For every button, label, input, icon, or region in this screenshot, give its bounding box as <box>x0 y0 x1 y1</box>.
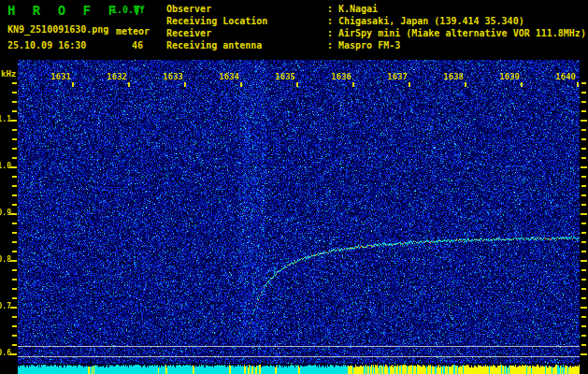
spectrogram-canvas <box>18 60 580 364</box>
freq-tick <box>12 251 17 252</box>
freq-tick <box>12 129 17 131</box>
freq-tick-label: 1.1 <box>0 115 11 123</box>
freq-tick <box>12 110 17 112</box>
freq-tick <box>12 176 17 178</box>
freq-tick-right <box>581 185 586 187</box>
freq-tick <box>12 241 17 243</box>
freq-tick-right <box>581 353 587 355</box>
time-tick-label: 1637 <box>387 72 408 81</box>
time-tick <box>465 82 466 87</box>
freq-tick <box>12 157 17 159</box>
freq-tick <box>12 204 17 206</box>
freq-tick <box>12 335 17 337</box>
freq-tick <box>10 353 17 355</box>
freq-tick-right <box>581 213 587 215</box>
freq-tick-right <box>581 269 586 271</box>
time-tick-label: 1632 <box>107 72 127 81</box>
freq-tick <box>12 269 17 271</box>
reference-line <box>18 346 580 347</box>
time-tick <box>72 82 74 87</box>
freq-tick-label: 0.8 <box>0 255 11 264</box>
time-tick <box>521 82 523 87</box>
time-tick-label: 1635 <box>275 72 295 81</box>
time-tick-label: 1631 <box>50 72 71 81</box>
freq-tick <box>10 307 17 309</box>
time-tick-label: 1634 <box>219 72 239 81</box>
freq-tick-label: 0.7 <box>0 302 11 310</box>
time-tick <box>184 82 186 87</box>
freq-tick-right <box>581 82 586 84</box>
freq-tick-right <box>581 307 587 309</box>
freq-tick-right <box>581 148 586 150</box>
freq-tick-right <box>581 194 586 196</box>
freq-tick <box>10 213 17 215</box>
freq-tick <box>12 194 17 196</box>
freq-tick <box>12 325 17 327</box>
freq-tick <box>10 260 17 262</box>
freq-tick-right <box>581 279 586 280</box>
freq-tick <box>12 288 17 290</box>
freq-tick-label: 1.0 <box>0 162 11 170</box>
freq-tick <box>10 166 17 168</box>
freq-tick <box>12 344 17 346</box>
freq-tick-right <box>581 204 586 206</box>
time-tick-label: 1640 <box>555 72 576 81</box>
freq-tick <box>12 297 17 299</box>
time-tick <box>409 82 410 87</box>
freq-tick <box>12 101 17 103</box>
freq-tick <box>12 279 17 280</box>
freq-tick-right <box>581 157 586 159</box>
freq-tick <box>12 82 17 84</box>
time-tick-label: 1638 <box>443 72 464 81</box>
freq-tick-right <box>581 260 587 262</box>
time-tick <box>577 82 579 87</box>
freq-tick-right <box>581 176 586 178</box>
freq-tick-right <box>581 325 586 327</box>
hrofft-window: H R O F F T 1.0.0f KN9_2510091630.png me… <box>0 0 588 374</box>
freq-tick <box>12 92 17 94</box>
freq-tick-right <box>581 297 586 299</box>
freq-tick-right <box>581 251 586 252</box>
freq-tick <box>12 148 17 150</box>
freq-tick-right <box>581 344 586 346</box>
time-tick-label: 1639 <box>499 72 520 81</box>
freq-tick-right <box>581 101 586 103</box>
spectrogram-panel: kHz 1.11.00.90.80.70.6163116321633163416… <box>0 0 588 374</box>
freq-tick <box>12 185 17 187</box>
freq-tick-right <box>581 335 586 337</box>
freq-tick <box>10 120 17 122</box>
freq-tick-right <box>581 138 586 140</box>
time-tick-label: 1636 <box>331 72 351 81</box>
time-tick-label: 1633 <box>163 72 183 81</box>
freq-axis-unit-label: kHz <box>1 69 16 79</box>
freq-tick-right <box>581 129 586 131</box>
freq-tick-label: 0.6 <box>0 349 11 357</box>
freq-tick-right <box>581 223 586 224</box>
freq-tick-right <box>581 110 586 112</box>
freq-tick-right <box>581 316 586 318</box>
freq-tick <box>12 316 17 318</box>
freq-tick <box>12 232 17 234</box>
level-meter-canvas <box>18 365 580 374</box>
freq-tick-right <box>581 241 586 243</box>
freq-tick-right <box>581 92 586 94</box>
time-tick <box>240 82 242 87</box>
freq-tick-right <box>581 120 587 122</box>
freq-tick-right <box>581 288 586 290</box>
reference-line <box>18 356 580 357</box>
time-tick <box>296 82 298 87</box>
freq-tick-right <box>581 166 587 168</box>
freq-tick <box>12 223 17 224</box>
freq-tick <box>12 138 17 140</box>
time-tick <box>352 82 354 87</box>
freq-tick-label: 0.9 <box>0 209 11 217</box>
freq-tick-right <box>581 232 586 234</box>
time-tick <box>128 82 130 87</box>
